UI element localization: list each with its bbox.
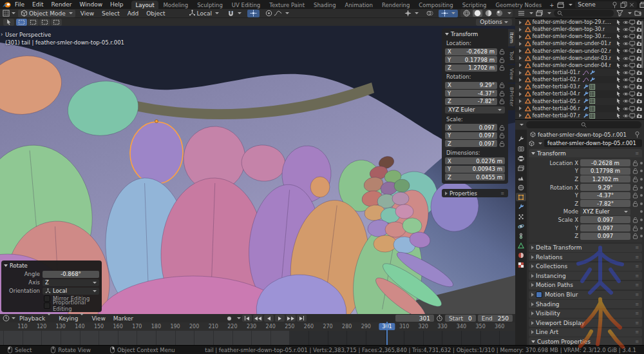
selectable-toggle-icon[interactable] [616,34,622,40]
hide-toggle-icon[interactable] [623,106,629,112]
section-viewport-display[interactable]: Viewport Display≡ [529,319,642,327]
lock-icon[interactable] [499,141,505,147]
value-slider[interactable]: 0.097 [580,224,630,231]
add-workspace-tab[interactable]: + [546,1,557,9]
expand-arrow-icon[interactable] [519,21,522,25]
value-slider-locationz[interactable]: Z1.2702 m [445,64,497,72]
hide-toggle-icon[interactable] [623,26,629,33]
section-line-art[interactable]: Line Art≡ [529,328,642,337]
outliner-scrollbar[interactable] [641,21,643,68]
lock-icon[interactable] [632,225,638,231]
workspace-tab-compositing[interactable]: Compositing [414,1,457,9]
snap-target-dropdown[interactable] [247,10,260,17]
feather[interactable] [310,177,330,197]
selectable-toggle-icon[interactable] [616,84,622,90]
rotation-mode-dropdown[interactable]: XYZ Euler [445,106,505,113]
viewport-disable-toggle-icon[interactable] [629,41,636,47]
hide-toggle-icon[interactable] [623,98,629,104]
start-frame-field[interactable]: Start 0 [445,315,476,322]
menu-render[interactable]: Render [48,1,76,8]
viewport-disable-toggle-icon[interactable] [629,91,636,97]
gizmo-dropdown[interactable] [402,10,421,17]
render-disable-toggle-icon[interactable] [636,84,643,90]
orientation-dropdown[interactable]: Local [186,10,222,17]
expand-arrow-icon[interactable] [519,106,522,110]
properties-tab-particles[interactable] [516,212,526,221]
shading-wireframe-button[interactable] [462,10,471,17]
expand-arrow-icon[interactable] [519,92,522,96]
toolbar-expand-arrow[interactable]: › [1,31,3,37]
viewport-menu-view[interactable]: View [77,10,98,17]
value-slider-scalez[interactable]: Z0.097 [445,140,497,147]
workspace-tab-sculpting[interactable]: Sculpting [193,1,227,9]
animate-dot[interactable] [640,194,643,197]
animate-dot[interactable] [640,178,643,181]
hide-toggle-icon[interactable] [623,19,629,26]
display-mode-icon[interactable] [518,10,525,17]
animate-dot[interactable] [640,227,643,230]
mirror-editing-checkbox[interactable] [44,295,50,302]
render-disable-toggle-icon[interactable] [636,106,643,112]
axis-dropdown[interactable]: Z [43,279,99,286]
selectable-toggle-icon[interactable] [616,70,622,76]
filter-funnel-icon[interactable] [616,10,623,17]
lock-icon[interactable] [632,160,638,166]
outliner-item[interactable]: feather-tertial-02.r [515,76,644,83]
viewport-disable-toggle-icon[interactable] [629,34,636,40]
render-disable-toggle-icon[interactable] [636,77,643,83]
properties-tab-physics[interactable] [516,222,526,230]
outliner-search-input[interactable] [554,10,614,17]
shading-solid-button[interactable] [473,10,482,17]
properties-tab-scene[interactable] [516,173,526,182]
section-visibility[interactable]: Visibility≡ [529,310,642,318]
auto-keying-button[interactable] [224,315,234,322]
orientation-dropdown[interactable]: Local [43,288,99,295]
value-slider-dimensionsz[interactable]: Z0.0455 m [445,173,505,181]
properties-tab-constraints[interactable] [516,231,526,240]
jump-to-end-button[interactable] [297,315,307,322]
value-slider-rotationx[interactable]: X9.29° [445,82,497,89]
workspace-tab-animation[interactable]: Animation [341,1,377,9]
render-disable-toggle-icon[interactable] [636,91,643,97]
feather[interactable] [395,204,413,219]
mode-dropdown[interactable]: XYZ Euler [580,208,630,215]
value-slider-dimensionsx[interactable]: X0.0276 m [445,157,505,164]
workspace-tab-layout[interactable]: Layout [131,1,159,9]
selectable-toggle-icon[interactable] [616,91,622,97]
animate-dot[interactable] [640,219,643,221]
sidebar-properties-panel[interactable]: Properties ≡ [442,189,508,197]
value-slider-rotationz[interactable]: Z-7.82° [445,98,497,105]
chevron-down-icon[interactable] [538,143,542,144]
view-layer-browse-icon[interactable] [639,1,644,8]
properties-tab-world[interactable] [516,183,526,192]
hide-toggle-icon[interactable] [623,84,629,90]
viewport-disable-toggle-icon[interactable] [629,77,636,83]
lock-icon[interactable] [632,201,638,207]
render-disable-toggle-icon[interactable] [636,70,643,76]
sidebar-tab-bprinter[interactable]: BPrinter [508,84,515,110]
cursor-tool-button[interactable] [51,19,62,26]
lock-icon[interactable] [632,184,638,191]
viewport-menu-select[interactable]: Select [98,10,124,17]
workspace-tab-uv-editing[interactable]: UV Editing [227,1,265,9]
lock-icon[interactable] [499,48,505,55]
pin-icon[interactable] [634,131,641,138]
expand-arrow-icon[interactable] [519,49,522,53]
selectable-toggle-icon[interactable] [616,48,622,54]
section-instancing[interactable]: Instancing≡ [529,271,642,280]
section-relations[interactable]: Relations≡ [529,253,642,261]
outliner-item[interactable]: feather-tertial-07.r [515,112,644,119]
play-button[interactable] [275,315,285,322]
select-lasso-tool-button[interactable] [39,19,50,26]
timeline-menu-playback[interactable]: Playback [15,315,55,322]
selectable-toggle-icon[interactable] [616,113,622,119]
lock-icon[interactable] [632,217,638,223]
section-motion-blur[interactable]: Motion Blur≡ [529,291,642,299]
value-slider-locationx[interactable]: X-0.2628 m [445,48,497,55]
hide-toggle-icon[interactable] [623,63,629,69]
select-circle-tool-button[interactable] [28,19,39,26]
outliner-item[interactable]: feather-smler-down-under-03.r [515,55,644,62]
hide-toggle-icon[interactable] [623,41,629,47]
properties-tab-material[interactable] [516,251,526,259]
hide-toggle-icon[interactable] [623,91,629,97]
